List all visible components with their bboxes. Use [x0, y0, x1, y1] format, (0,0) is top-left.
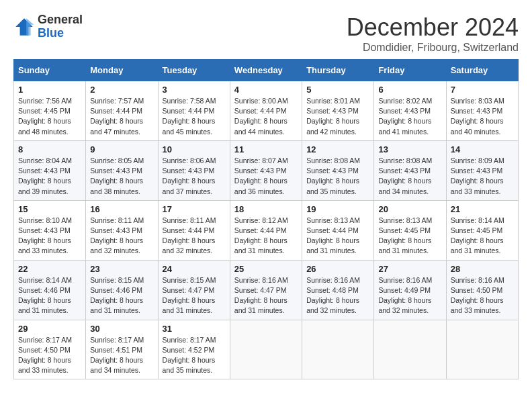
- page-header: General Blue December 2024 Domdidier, Fr…: [13, 13, 519, 54]
- calendar-cell: 28Sunrise: 8:16 AM Sunset: 4:50 PM Dayli…: [446, 260, 518, 320]
- calendar-cell: 4Sunrise: 8:00 AM Sunset: 4:44 PM Daylig…: [230, 81, 302, 141]
- day-info: Sunrise: 8:05 AM Sunset: 4:43 PM Dayligh…: [90, 156, 153, 197]
- day-number: 7: [451, 85, 514, 95]
- calendar-cell: 15Sunrise: 8:10 AM Sunset: 4:43 PM Dayli…: [14, 200, 86, 260]
- logo-text: General Blue: [38, 13, 83, 40]
- day-info: Sunrise: 8:16 AM Sunset: 4:49 PM Dayligh…: [378, 275, 441, 316]
- day-number: 4: [234, 85, 298, 95]
- calendar-cell: 1Sunrise: 7:56 AM Sunset: 4:45 PM Daylig…: [14, 81, 86, 141]
- day-number: 24: [163, 264, 226, 274]
- calendar-cell: 10Sunrise: 8:06 AM Sunset: 4:43 PM Dayli…: [158, 140, 230, 200]
- day-number: 23: [90, 264, 153, 274]
- day-info: Sunrise: 7:56 AM Sunset: 4:45 PM Dayligh…: [18, 96, 81, 137]
- calendar-cell: 9Sunrise: 8:05 AM Sunset: 4:43 PM Daylig…: [86, 140, 158, 200]
- day-info: Sunrise: 8:15 AM Sunset: 4:46 PM Dayligh…: [90, 275, 153, 316]
- day-number: 27: [378, 264, 441, 274]
- calendar-table: SundayMondayTuesdayWednesdayThursdayFrid…: [13, 59, 519, 379]
- day-number: 19: [306, 204, 369, 214]
- calendar-cell: 20Sunrise: 8:13 AM Sunset: 4:45 PM Dayli…: [374, 200, 446, 260]
- day-number: 14: [451, 144, 514, 154]
- month-title: December 2024: [347, 13, 519, 42]
- title-block: December 2024 Domdidier, Fribourg, Switz…: [347, 13, 519, 54]
- day-info: Sunrise: 8:00 AM Sunset: 4:44 PM Dayligh…: [234, 96, 298, 137]
- calendar-cell: 12Sunrise: 8:08 AM Sunset: 4:43 PM Dayli…: [302, 140, 374, 200]
- weekday-header-row: SundayMondayTuesdayWednesdayThursdayFrid…: [14, 60, 519, 81]
- day-info: Sunrise: 8:06 AM Sunset: 4:43 PM Dayligh…: [163, 156, 226, 197]
- day-number: 12: [306, 144, 369, 154]
- day-number: 6: [378, 85, 441, 95]
- day-number: 22: [18, 264, 81, 274]
- calendar-cell: [374, 320, 446, 379]
- calendar-cell: 19Sunrise: 8:13 AM Sunset: 4:44 PM Dayli…: [302, 200, 374, 260]
- calendar-cell: 3Sunrise: 7:58 AM Sunset: 4:44 PM Daylig…: [158, 81, 230, 141]
- calendar-cell: 23Sunrise: 8:15 AM Sunset: 4:46 PM Dayli…: [86, 260, 158, 320]
- weekday-header-sunday: Sunday: [14, 60, 86, 81]
- day-info: Sunrise: 8:01 AM Sunset: 4:43 PM Dayligh…: [306, 96, 369, 137]
- day-number: 16: [90, 204, 153, 214]
- calendar-cell: 18Sunrise: 8:12 AM Sunset: 4:44 PM Dayli…: [230, 200, 302, 260]
- logo-icon: [13, 16, 35, 38]
- day-info: Sunrise: 8:04 AM Sunset: 4:43 PM Dayligh…: [18, 156, 81, 197]
- calendar-cell: 5Sunrise: 8:01 AM Sunset: 4:43 PM Daylig…: [302, 81, 374, 141]
- day-number: 1: [18, 85, 81, 95]
- day-number: 20: [378, 204, 441, 214]
- day-info: Sunrise: 8:09 AM Sunset: 4:43 PM Dayligh…: [451, 156, 514, 197]
- day-info: Sunrise: 8:15 AM Sunset: 4:47 PM Dayligh…: [163, 275, 226, 316]
- calendar-cell: 27Sunrise: 8:16 AM Sunset: 4:49 PM Dayli…: [374, 260, 446, 320]
- calendar-cell: 25Sunrise: 8:16 AM Sunset: 4:47 PM Dayli…: [230, 260, 302, 320]
- day-number: 28: [451, 264, 514, 274]
- calendar-week-row: 1Sunrise: 7:56 AM Sunset: 4:45 PM Daylig…: [14, 81, 519, 141]
- weekday-header-tuesday: Tuesday: [158, 60, 230, 81]
- calendar-week-row: 15Sunrise: 8:10 AM Sunset: 4:43 PM Dayli…: [14, 200, 519, 260]
- day-info: Sunrise: 8:16 AM Sunset: 4:48 PM Dayligh…: [306, 275, 369, 316]
- day-number: 10: [163, 144, 226, 154]
- weekday-header-saturday: Saturday: [446, 60, 518, 81]
- weekday-header-wednesday: Wednesday: [230, 60, 302, 81]
- day-info: Sunrise: 8:16 AM Sunset: 4:50 PM Dayligh…: [451, 275, 514, 316]
- calendar-cell: 21Sunrise: 8:14 AM Sunset: 4:45 PM Dayli…: [446, 200, 518, 260]
- calendar-cell: 31Sunrise: 8:17 AM Sunset: 4:52 PM Dayli…: [158, 320, 230, 379]
- day-info: Sunrise: 8:17 AM Sunset: 4:52 PM Dayligh…: [163, 335, 226, 376]
- calendar-cell: 22Sunrise: 8:14 AM Sunset: 4:46 PM Dayli…: [14, 260, 86, 320]
- day-number: 26: [306, 264, 369, 274]
- calendar-week-row: 8Sunrise: 8:04 AM Sunset: 4:43 PM Daylig…: [14, 140, 519, 200]
- day-info: Sunrise: 8:13 AM Sunset: 4:44 PM Dayligh…: [306, 216, 369, 257]
- calendar-cell: 16Sunrise: 8:11 AM Sunset: 4:43 PM Dayli…: [86, 200, 158, 260]
- calendar-cell: 17Sunrise: 8:11 AM Sunset: 4:44 PM Dayli…: [158, 200, 230, 260]
- day-number: 9: [90, 144, 153, 154]
- day-info: Sunrise: 7:58 AM Sunset: 4:44 PM Dayligh…: [163, 96, 226, 137]
- weekday-header-thursday: Thursday: [302, 60, 374, 81]
- day-number: 15: [18, 204, 81, 214]
- calendar-week-row: 29Sunrise: 8:17 AM Sunset: 4:50 PM Dayli…: [14, 320, 519, 379]
- calendar-cell: 24Sunrise: 8:15 AM Sunset: 4:47 PM Dayli…: [158, 260, 230, 320]
- day-info: Sunrise: 8:10 AM Sunset: 4:43 PM Dayligh…: [18, 216, 81, 257]
- location: Domdidier, Fribourg, Switzerland: [347, 42, 519, 54]
- calendar-cell: 6Sunrise: 8:02 AM Sunset: 4:43 PM Daylig…: [374, 81, 446, 141]
- day-number: 25: [234, 264, 298, 274]
- calendar-cell: 30Sunrise: 8:17 AM Sunset: 4:51 PM Dayli…: [86, 320, 158, 379]
- calendar-cell: 11Sunrise: 8:07 AM Sunset: 4:43 PM Dayli…: [230, 140, 302, 200]
- day-info: Sunrise: 8:11 AM Sunset: 4:43 PM Dayligh…: [90, 216, 153, 257]
- day-info: Sunrise: 8:14 AM Sunset: 4:46 PM Dayligh…: [18, 275, 81, 316]
- day-info: Sunrise: 8:11 AM Sunset: 4:44 PM Dayligh…: [163, 216, 226, 257]
- calendar-cell: [230, 320, 302, 379]
- day-number: 3: [163, 85, 226, 95]
- day-info: Sunrise: 8:17 AM Sunset: 4:50 PM Dayligh…: [18, 335, 81, 376]
- day-number: 18: [234, 204, 298, 214]
- day-info: Sunrise: 8:14 AM Sunset: 4:45 PM Dayligh…: [451, 216, 514, 257]
- day-info: Sunrise: 8:08 AM Sunset: 4:43 PM Dayligh…: [378, 156, 441, 197]
- calendar-cell: [446, 320, 518, 379]
- day-number: 29: [18, 324, 81, 334]
- day-number: 13: [378, 144, 441, 154]
- calendar-cell: 7Sunrise: 8:03 AM Sunset: 4:43 PM Daylig…: [446, 81, 518, 141]
- day-info: Sunrise: 8:08 AM Sunset: 4:43 PM Dayligh…: [306, 156, 369, 197]
- day-number: 17: [163, 204, 226, 214]
- day-number: 30: [90, 324, 153, 334]
- day-number: 2: [90, 85, 153, 95]
- calendar-cell: 26Sunrise: 8:16 AM Sunset: 4:48 PM Dayli…: [302, 260, 374, 320]
- calendar-week-row: 22Sunrise: 8:14 AM Sunset: 4:46 PM Dayli…: [14, 260, 519, 320]
- day-number: 21: [451, 204, 514, 214]
- day-info: Sunrise: 8:17 AM Sunset: 4:51 PM Dayligh…: [90, 335, 153, 376]
- day-number: 31: [163, 324, 226, 334]
- day-info: Sunrise: 8:07 AM Sunset: 4:43 PM Dayligh…: [234, 156, 298, 197]
